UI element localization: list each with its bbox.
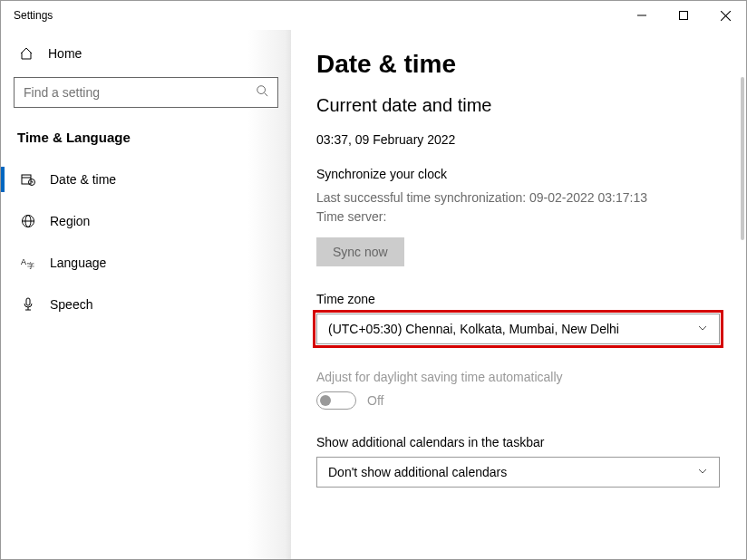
svg-text:字: 字: [27, 262, 34, 270]
minimize-icon: [637, 11, 646, 20]
svg-point-4: [257, 86, 266, 94]
nav-region[interactable]: Region: [1, 203, 291, 239]
nav-label: Date & time: [50, 172, 116, 187]
language-icon: A字: [21, 256, 35, 270]
chevron-down-icon: [697, 323, 708, 336]
search-field[interactable]: [14, 77, 278, 108]
nav-label: Speech: [50, 297, 92, 312]
nav-language[interactable]: A字 Language: [1, 245, 291, 281]
additional-calendars-value: Don't show additional calendars: [328, 465, 507, 479]
svg-line-5: [265, 93, 268, 97]
page-title: Date & time: [316, 50, 721, 79]
svg-rect-1: [680, 12, 688, 20]
dst-toggle: [316, 391, 356, 410]
home-label: Home: [48, 46, 82, 61]
additional-calendars-label: Show additional calendars in the taskbar: [316, 435, 721, 449]
svg-rect-16: [26, 298, 30, 305]
minimize-button[interactable]: [621, 1, 663, 30]
nav-speech[interactable]: Speech: [1, 286, 291, 323]
close-button[interactable]: [704, 1, 746, 30]
timezone-label: Time zone: [316, 292, 721, 306]
timezone-dropdown[interactable]: (UTC+05:30) Chennai, Kolkata, Mumbai, Ne…: [316, 314, 720, 344]
search-icon: [256, 84, 268, 101]
window-title: Settings: [14, 9, 53, 22]
category-heading: Time & Language: [1, 124, 291, 161]
current-datetime: 03:37, 09 February 2022: [316, 132, 721, 147]
maximize-button[interactable]: [663, 1, 704, 30]
time-server-text: Time server:: [316, 208, 721, 227]
dst-state: Off: [367, 393, 383, 408]
dst-label: Adjust for daylight saving time automati…: [316, 370, 721, 384]
home-nav[interactable]: Home: [1, 37, 291, 70]
search-input[interactable]: [24, 85, 256, 100]
scrollbar-thumb[interactable]: [741, 77, 744, 240]
window-controls: [621, 1, 746, 30]
microphone-icon: [21, 297, 35, 312]
section-current-heading: Current date and time: [316, 95, 721, 116]
nav-label: Region: [50, 214, 90, 228]
content-area: Date & time Current date and time 03:37,…: [291, 30, 746, 559]
close-icon: [721, 11, 731, 21]
additional-calendars-dropdown[interactable]: Don't show additional calendars: [316, 457, 720, 488]
last-sync-text: Last successful time synchronization: 09…: [316, 188, 721, 208]
svg-text:A: A: [21, 257, 26, 266]
globe-icon: [21, 214, 35, 228]
nav-label: Language: [50, 256, 106, 270]
maximize-icon: [679, 11, 688, 20]
nav-date-time[interactable]: Date & time: [1, 161, 291, 198]
date-time-icon: [21, 172, 35, 187]
sync-heading: Synchronize your clock: [316, 167, 721, 181]
chevron-down-icon: [697, 466, 708, 479]
sync-now-button[interactable]: Sync now: [316, 237, 404, 266]
titlebar: Settings: [1, 1, 746, 30]
home-icon: [19, 46, 34, 61]
sidebar: Home Time & Language Date & time Region …: [1, 30, 291, 559]
timezone-value: (UTC+05:30) Chennai, Kolkata, Mumbai, Ne…: [328, 322, 619, 336]
